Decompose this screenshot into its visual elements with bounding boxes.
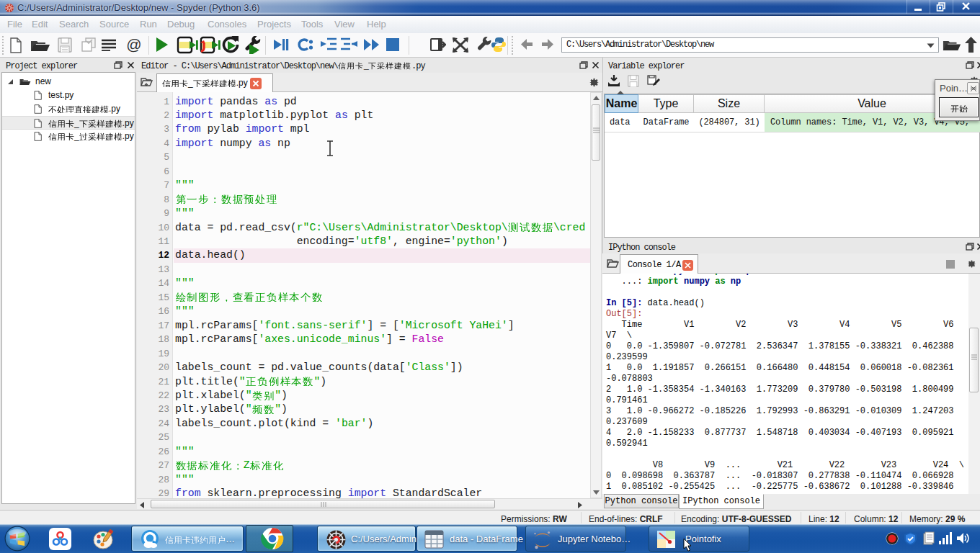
svg-text:@: @ [126,37,141,53]
